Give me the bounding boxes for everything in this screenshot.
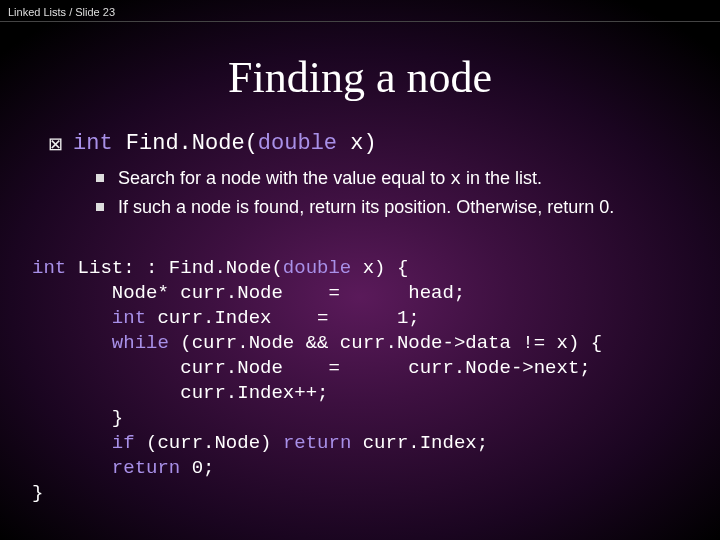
breadcrumb: Linked Lists / Slide 23 <box>8 6 115 18</box>
bullet-level2: Search for a node with the value equal t… <box>96 166 690 191</box>
bullet-level2: If such a node is found, return its posi… <box>96 195 690 219</box>
sub-bullets: Search for a node with the value equal t… <box>96 166 690 220</box>
bullet-level1: ⊠ int Find.Node(double x) <box>48 131 690 156</box>
bullet-text: Search for a node with the value equal t… <box>118 166 690 191</box>
keyword-double: double <box>258 131 337 156</box>
keyword-return: return <box>283 432 351 454</box>
keyword-return: return <box>112 457 180 479</box>
keyword-int: int <box>73 131 113 156</box>
slide-content: ⊠ int Find.Node(double x) Search for a n… <box>0 131 720 506</box>
slide-header: Linked Lists / Slide 23 <box>0 0 720 22</box>
square-bullet-icon <box>96 203 104 211</box>
crossed-box-icon: ⊠ <box>48 133 63 155</box>
keyword-int: int <box>32 257 66 279</box>
square-bullet-icon <box>96 174 104 182</box>
code-block: int List: : Find.Node(double x) { Node* … <box>32 256 690 507</box>
bullet-text: If such a node is found, return its posi… <box>118 195 690 219</box>
inline-code-x: x <box>450 169 461 189</box>
keyword-int: int <box>112 307 146 329</box>
keyword-if: if <box>112 432 135 454</box>
keyword-double: double <box>283 257 351 279</box>
function-signature: int Find.Node(double x) <box>73 131 377 156</box>
keyword-while: while <box>112 332 169 354</box>
slide-title: Finding a node <box>0 52 720 103</box>
